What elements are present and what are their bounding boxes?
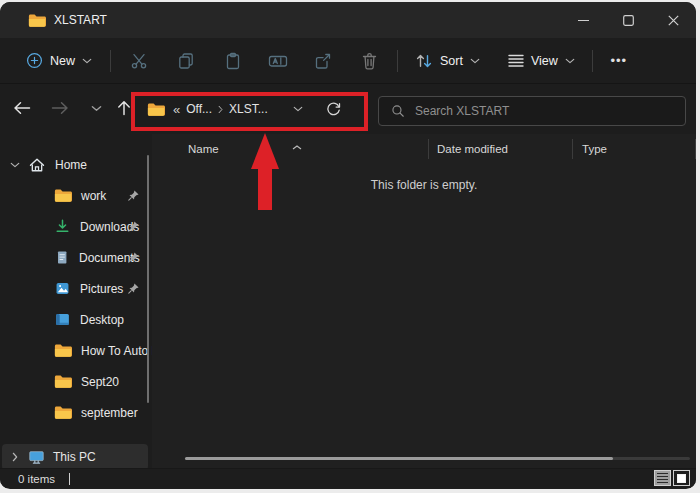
share-button[interactable] bbox=[303, 44, 343, 78]
sidebar-item-documents[interactable]: Documents bbox=[0, 242, 152, 273]
empty-folder-message: This folder is empty. bbox=[152, 178, 696, 192]
folder-icon bbox=[54, 188, 72, 203]
sidebar-item-pictures[interactable]: Pictures bbox=[0, 273, 152, 304]
file-explorer-window: XLSTART New bbox=[0, 2, 696, 489]
minimize-button[interactable] bbox=[561, 2, 606, 38]
column-divider[interactable] bbox=[572, 139, 573, 159]
plus-circle-icon bbox=[26, 52, 43, 69]
pin-icon bbox=[127, 220, 140, 233]
chevron-down-icon bbox=[82, 58, 92, 64]
forward-button[interactable] bbox=[44, 92, 76, 124]
maximize-button[interactable] bbox=[606, 2, 651, 38]
search-icon bbox=[391, 104, 405, 118]
more-options-button[interactable]: ••• bbox=[601, 44, 637, 78]
search-box[interactable] bbox=[378, 96, 686, 126]
sidebar-item-label: work bbox=[81, 189, 106, 203]
desktop-icon bbox=[54, 311, 71, 328]
breadcrumb-item[interactable]: Off... bbox=[186, 102, 212, 116]
back-button[interactable] bbox=[6, 92, 38, 124]
chevron-down-icon bbox=[470, 58, 480, 64]
cut-button[interactable] bbox=[119, 44, 159, 78]
column-headers: Name Date modified Type bbox=[152, 134, 696, 164]
sidebar-item-label: How To Auto Fi bbox=[81, 344, 152, 358]
sidebar-scrollbar[interactable] bbox=[147, 155, 149, 403]
arrow-up-icon bbox=[117, 100, 131, 116]
pictures-icon bbox=[54, 280, 71, 297]
sidebar-item-work[interactable]: work bbox=[0, 180, 152, 211]
computer-icon bbox=[28, 449, 45, 465]
breadcrumb-overflow[interactable]: « bbox=[173, 102, 180, 117]
sidebar-item-sept20[interactable]: Sept20 bbox=[0, 366, 152, 397]
sort-ascending-icon bbox=[292, 136, 302, 154]
view-label: View bbox=[531, 54, 558, 68]
navigation-pane: Home work Downloads Documents bbox=[0, 134, 152, 468]
chevron-right-icon[interactable] bbox=[12, 452, 22, 462]
view-button[interactable]: View bbox=[499, 44, 584, 78]
details-view-button[interactable] bbox=[654, 470, 671, 486]
pin-icon bbox=[127, 251, 140, 264]
chevron-down-icon bbox=[91, 105, 102, 112]
paste-button[interactable] bbox=[213, 44, 253, 78]
delete-button[interactable] bbox=[349, 44, 389, 78]
chevron-down-icon[interactable] bbox=[10, 162, 22, 168]
scrollbar-thumb[interactable] bbox=[185, 457, 613, 460]
sort-arrows-icon bbox=[415, 53, 433, 69]
item-count: 0 items bbox=[18, 473, 55, 485]
rename-icon bbox=[268, 52, 288, 70]
sort-label: Sort bbox=[440, 54, 463, 68]
toolbar-divider bbox=[110, 50, 111, 72]
arrow-left-icon bbox=[13, 101, 31, 115]
status-separator bbox=[69, 473, 70, 485]
trash-icon bbox=[361, 52, 378, 70]
details-view-icon bbox=[657, 473, 668, 483]
sidebar-item-label: Pictures bbox=[80, 282, 123, 296]
scissors-icon bbox=[130, 52, 148, 70]
document-icon bbox=[54, 249, 70, 266]
arrow-right-icon bbox=[51, 101, 69, 115]
sidebar-item-september[interactable]: september bbox=[0, 397, 152, 428]
status-bar: 0 items bbox=[0, 468, 696, 488]
folder-icon bbox=[54, 405, 72, 420]
downloads-icon bbox=[54, 218, 71, 235]
icons-view-icon bbox=[677, 474, 686, 483]
view-lines-icon bbox=[508, 54, 524, 68]
close-button[interactable] bbox=[651, 2, 696, 38]
toolbar-divider bbox=[592, 50, 593, 72]
copy-icon bbox=[177, 52, 195, 70]
refresh-icon[interactable] bbox=[326, 102, 341, 117]
chevron-right-icon bbox=[218, 105, 223, 114]
new-button[interactable]: New bbox=[16, 44, 102, 78]
sidebar-item-label: Home bbox=[55, 158, 87, 172]
pin-icon bbox=[127, 189, 140, 202]
column-header-type[interactable]: Type bbox=[582, 143, 607, 155]
breadcrumb-item[interactable]: XLST... bbox=[229, 102, 268, 116]
copy-button[interactable] bbox=[166, 44, 206, 78]
horizontal-scrollbar[interactable] bbox=[185, 457, 690, 460]
share-icon bbox=[314, 52, 332, 70]
rename-button[interactable] bbox=[258, 44, 298, 78]
column-divider[interactable] bbox=[428, 139, 429, 159]
folder-icon bbox=[28, 13, 46, 28]
chevron-down-icon bbox=[565, 58, 575, 64]
sidebar-item-this-pc[interactable]: This PC bbox=[2, 444, 148, 470]
address-dropdown-icon[interactable] bbox=[293, 106, 303, 112]
column-header-date-modified[interactable]: Date modified bbox=[437, 143, 508, 155]
search-input[interactable] bbox=[415, 104, 655, 118]
clipboard-icon bbox=[224, 52, 242, 70]
window-title: XLSTART bbox=[54, 13, 107, 27]
sidebar-item-how-to-auto-fi[interactable]: How To Auto Fi bbox=[0, 335, 152, 366]
title-bar: XLSTART bbox=[0, 2, 696, 38]
folder-icon bbox=[147, 102, 165, 117]
file-list-pane: Name Date modified Type This folder is e… bbox=[152, 134, 696, 468]
sort-button[interactable]: Sort bbox=[406, 44, 489, 78]
sidebar-item-home[interactable]: Home bbox=[0, 149, 152, 180]
sidebar-item-downloads[interactable]: Downloads bbox=[0, 211, 152, 242]
column-header-name[interactable]: Name bbox=[188, 143, 219, 155]
sidebar-item-label: Desktop bbox=[80, 313, 124, 327]
toolbar-divider bbox=[397, 50, 398, 72]
address-bar[interactable]: « Off... XLST... bbox=[135, 92, 363, 126]
sidebar-item-desktop[interactable]: Desktop bbox=[0, 304, 152, 335]
icons-view-button[interactable] bbox=[673, 470, 690, 486]
pin-icon bbox=[127, 282, 140, 295]
column-divider[interactable] bbox=[695, 139, 696, 159]
